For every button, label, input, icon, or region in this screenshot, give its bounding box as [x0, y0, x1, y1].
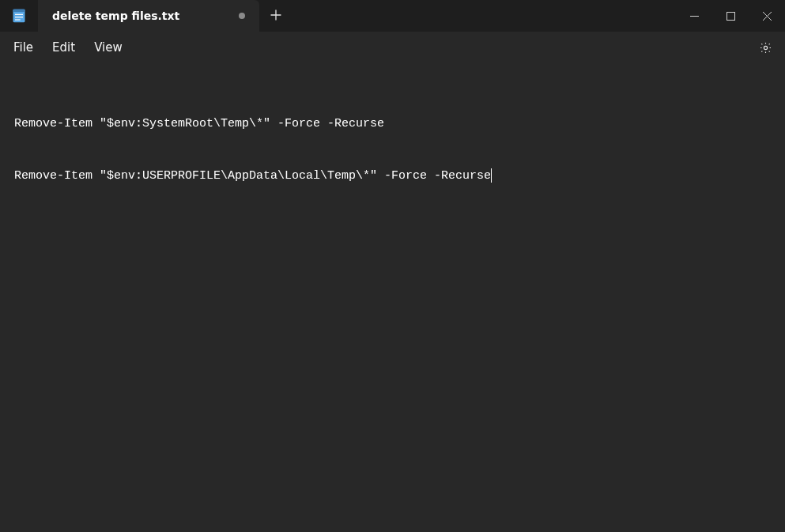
- gear-icon: [759, 41, 772, 55]
- unsaved-indicator-icon[interactable]: [239, 13, 245, 19]
- menu-bar: File Edit View: [0, 32, 785, 63]
- editor-line: Remove-Item "$env:USERPROFILE\AppData\Lo…: [14, 168, 771, 185]
- maximize-icon: [727, 12, 735, 21]
- menu-edit[interactable]: Edit: [43, 36, 85, 59]
- notepad-window: delete temp files.txt File Edit: [0, 0, 785, 532]
- svg-rect-1: [13, 9, 25, 12]
- editor-line: Remove-Item "$env:SystemRoot\Temp\*" -Fo…: [14, 115, 771, 133]
- file-tab-active[interactable]: delete temp files.txt: [38, 0, 259, 32]
- menu-file[interactable]: File: [4, 36, 43, 59]
- window-controls: [676, 0, 785, 32]
- editor-text: Remove-Item "$env:SystemRoot\Temp\*" -Fo…: [14, 117, 384, 130]
- tab-title: delete temp files.txt: [52, 9, 179, 22]
- minimize-button[interactable]: [676, 0, 712, 32]
- new-tab-button[interactable]: [259, 0, 292, 32]
- close-icon: [763, 12, 772, 21]
- titlebar-drag-region[interactable]: [292, 0, 676, 32]
- tab-bar: delete temp files.txt: [38, 0, 292, 32]
- svg-rect-5: [727, 12, 734, 20]
- plus-icon: [270, 9, 281, 24]
- close-button[interactable]: [749, 0, 785, 32]
- app-icon-container: [0, 0, 38, 32]
- svg-point-6: [764, 46, 767, 49]
- notepad-app-icon: [11, 8, 27, 24]
- settings-button[interactable]: [749, 32, 781, 63]
- editor-text: Remove-Item "$env:USERPROFILE\AppData\Lo…: [14, 169, 491, 183]
- menu-view[interactable]: View: [85, 36, 132, 59]
- title-bar[interactable]: delete temp files.txt: [0, 0, 785, 32]
- text-editor-area[interactable]: Remove-Item "$env:SystemRoot\Temp\*" -Fo…: [0, 63, 785, 532]
- maximize-button[interactable]: [712, 0, 749, 32]
- minimize-icon: [690, 12, 699, 21]
- text-caret: [491, 168, 492, 183]
